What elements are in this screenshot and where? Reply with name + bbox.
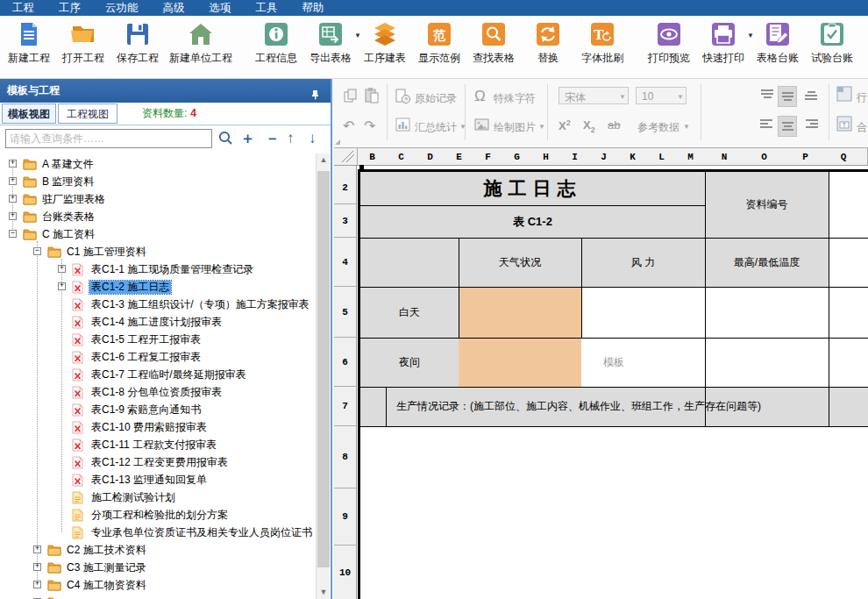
expand-plus-box-icon[interactable]: + — [9, 212, 17, 220]
column-header-M[interactable]: M — [676, 147, 706, 166]
search-input[interactable] — [5, 129, 212, 148]
scroll-down-icon[interactable]: ▼ — [317, 586, 330, 599]
tree-item[interactable]: +A 基建文件 — [0, 155, 316, 173]
superscript-button[interactable]: X2 — [559, 118, 571, 132]
new-unit-project-button[interactable]: 新建单位工程 — [165, 16, 237, 66]
draw-picture-label[interactable]: 绘制图片 — [494, 120, 536, 135]
tree-item[interactable]: +C4 施工物资资料 — [0, 576, 316, 594]
tree-item[interactable]: −C 施工资料 — [0, 225, 316, 243]
column-header-C[interactable]: C — [387, 147, 416, 166]
tree-item[interactable]: + — [0, 594, 316, 599]
new-project-button[interactable]: 新建工程 — [2, 16, 56, 66]
summary-chart-icon[interactable] — [395, 118, 410, 135]
day-label[interactable]: 白天 — [360, 287, 459, 338]
move-down-icon[interactable]: ↓ — [309, 127, 317, 150]
column-header-Q[interactable]: Q — [826, 147, 862, 166]
tree-item-label[interactable]: 表C1-11 工程款支付报审表 — [89, 439, 218, 452]
column-header-P[interactable]: P — [785, 147, 827, 166]
menu-item-5[interactable]: 选项 — [197, 0, 244, 16]
row-settings-label[interactable]: 行 — [857, 90, 867, 105]
font-name-dropdown-icon[interactable]: ▼ — [619, 93, 626, 101]
column-header-I[interactable]: I — [560, 147, 590, 166]
picture-icon[interactable] — [474, 118, 489, 134]
align-top-icon[interactable] — [760, 89, 774, 98]
merge-cells-icon[interactable]: T — [836, 116, 854, 137]
day-weather-cell[interactable] — [459, 287, 581, 338]
row-settings-icon[interactable] — [836, 86, 854, 107]
open-project-button[interactable]: 打开工程 — [56, 16, 110, 66]
search-icon[interactable] — [217, 130, 233, 153]
collapse-minus-box-icon[interactable]: − — [9, 230, 17, 238]
align-right-icon[interactable] — [804, 119, 818, 128]
tree-item[interactable]: +驻厂监理表格 — [0, 190, 316, 208]
tree-item[interactable]: +C3 施工测量记录 — [0, 559, 316, 576]
form-subtitle[interactable]: 表 C1-2 — [360, 205, 705, 238]
sheet-corner-cell[interactable] — [334, 147, 358, 166]
expand-plus-box-icon[interactable]: + — [9, 195, 17, 203]
expand-plus-box-icon[interactable]: + — [9, 160, 17, 168]
replace-button[interactable]: 替换 — [521, 16, 575, 66]
tree-item[interactable]: +表C1-2 施工日志 — [0, 278, 316, 296]
summary-dropdown-icon[interactable]: ▼ — [459, 123, 466, 131]
tree-item-label[interactable]: 表C1-1 施工现场质量管理检查记录 — [89, 263, 255, 276]
redo-icon[interactable]: ↷ — [364, 118, 375, 134]
tree-item[interactable]: +C2 施工技术资料 — [0, 541, 316, 559]
tree-item-label[interactable]: 表C1-2 施工日志 — [89, 281, 171, 294]
column-header-E[interactable]: E — [445, 147, 474, 166]
process-table-button[interactable]: 工序建表 — [358, 16, 412, 66]
menu-item-1[interactable]: 工程 — [0, 0, 46, 16]
tree-item[interactable]: −C1 施工管理资料 — [0, 243, 316, 260]
tab-project-view[interactable]: 工程视图 — [58, 103, 117, 124]
expand-plus-box-icon[interactable]: + — [58, 282, 66, 290]
tree-item[interactable]: 表C1-3 施工组织设计/（专项）施工方案报审表 — [0, 296, 316, 313]
tree-item[interactable]: +表C1-1 施工现场质量管理检查记录 — [0, 260, 316, 278]
align-center-icon[interactable] — [778, 116, 797, 137]
align-middle-icon[interactable] — [778, 86, 797, 107]
tree-item[interactable]: 分项工程和检验批的划分方案 — [0, 506, 316, 524]
font-size-dropdown-icon[interactable]: ▼ — [677, 93, 684, 101]
show-example-button[interactable]: 范显示范例 — [412, 16, 466, 66]
form-title[interactable]: 施工日志 — [360, 172, 705, 205]
menu-item-3[interactable]: 云功能 — [93, 0, 151, 16]
find-table-button[interactable]: 查找表格 — [466, 16, 521, 66]
scroll-up-icon[interactable]: ▲ — [317, 153, 330, 167]
tree-item[interactable]: 表C1-13 监理通知回复单 — [0, 471, 316, 488]
original-record-icon[interactable] — [395, 89, 411, 108]
row-header-10[interactable]: 10 — [334, 546, 357, 599]
row-header-5[interactable]: 5 — [334, 287, 357, 338]
tree-item-label[interactable]: 驻厂监理表格 — [40, 193, 107, 206]
tree-item[interactable]: 表C1-11 工程款支付报审表 — [0, 436, 316, 453]
column-header-K[interactable]: K — [618, 147, 648, 166]
column-header-B[interactable]: B — [358, 147, 388, 166]
move-up-icon[interactable]: ↑ — [287, 127, 295, 150]
column-header-F[interactable]: F — [473, 147, 503, 166]
quick-print-button[interactable]: 快速打印▼ — [696, 16, 751, 66]
tree-item-label[interactable]: 表C1-9 索赔意向通知书 — [89, 403, 203, 417]
menu-item-7[interactable]: 帮助 — [290, 0, 337, 16]
column-header-J[interactable]: J — [589, 147, 619, 166]
tree-item-label[interactable]: C1 施工管理资料 — [65, 246, 148, 259]
tree-item-label[interactable]: C4 施工物资资料 — [65, 579, 148, 592]
menu-item-2[interactable]: 工序 — [46, 0, 93, 16]
temperature-header[interactable]: 最高/最低温度 — [705, 238, 829, 287]
tree-item-label[interactable]: A 基建文件 — [40, 158, 96, 171]
expand-plus-box-icon[interactable]: + — [33, 581, 41, 588]
tree-item-label[interactable]: B 监理资料 — [40, 175, 96, 189]
tree-item[interactable]: 表C1-7 工程临时/最终延期报审表 — [0, 366, 316, 383]
tree-item-label[interactable]: 专业承包单位资质证书及相关专业人员岗位证书 — [89, 526, 314, 539]
column-header-L[interactable]: L — [647, 147, 677, 166]
tree-item[interactable]: 表C1-9 索赔意向通知书 — [0, 401, 316, 418]
strikethrough-button[interactable]: ab — [608, 118, 620, 132]
print-preview-button[interactable]: 打印预览 — [642, 16, 696, 66]
night-label[interactable]: 夜间 — [360, 338, 459, 387]
align-bottom-icon[interactable] — [804, 91, 818, 100]
tree-item-label[interactable]: 表C1-13 监理通知回复单 — [89, 474, 209, 487]
tree-item-label[interactable]: C2 施工技术资料 — [65, 544, 148, 557]
tree-item-label[interactable]: 表C1-4 施工进度计划报审表 — [89, 316, 224, 329]
project-info-button[interactable]: 工程信息 — [249, 16, 303, 66]
wind-header[interactable]: 风 力 — [581, 238, 705, 287]
tree-item-label[interactable]: 表C1-10 费用索赔报审表 — [89, 421, 209, 434]
draw-picture-dropdown-icon[interactable]: ▼ — [538, 123, 545, 131]
expand-plus-box-icon[interactable]: + — [58, 265, 66, 273]
tree-item-label[interactable]: 表C1-8 分包单位资质报审表 — [89, 386, 224, 399]
